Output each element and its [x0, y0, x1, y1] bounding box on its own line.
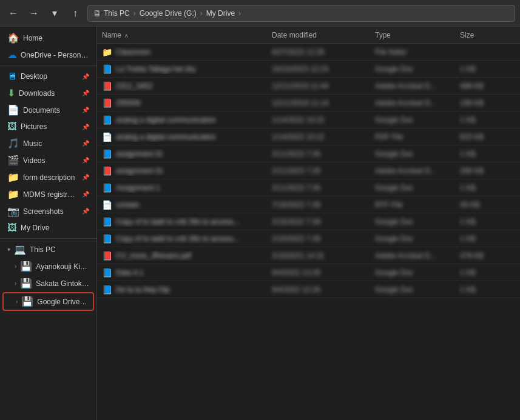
file-row[interactable]: 📕 CV_more_JRevans.pdf 2/10/2021 14:31 Ad… [97, 247, 520, 264]
file-row[interactable]: 📘 La Trobia Tallaga het dry 10/13/2023 1… [97, 61, 520, 78]
address-bar[interactable]: 🖥 This PC › Google Drive (G:) › My Drive… [87, 5, 515, 22]
sidebar-item-mdms[interactable]: 📁 MDMS registrati... 📌 [2, 186, 94, 202]
desktop-icon: 🖥 [7, 71, 17, 82]
divider1 [0, 65, 96, 66]
sidebar-item-googledrive[interactable]: › 💾 Google Drive (G:) [2, 292, 94, 311]
sidebar-item-documents[interactable]: 📄 Documents 📌 [2, 102, 94, 118]
file-row[interactable]: 📕 2312_3452 12/11/2019 11:44 Adobe Acrob… [97, 78, 520, 95]
sidebar-item-form-desc[interactable]: 📁 form description 📌 [2, 169, 94, 185]
file-row[interactable]: 📘 analog a digital communication 1/14/20… [97, 112, 520, 128]
sidebar-item-sakata[interactable]: › 💾 Sakata Gintoki (D:... [2, 275, 94, 292]
file-row[interactable]: 📘 Copy of to ladd to crib 39s to access.… [97, 213, 520, 230]
file-type: Google Doc [375, 268, 413, 277]
folder-icon2: 📁 [7, 188, 19, 200]
file-name: analog a digital communication [116, 133, 216, 141]
sidebar-label-thispc: This PC [30, 245, 89, 254]
file-type: File folder [375, 48, 407, 56]
breadcrumb-thispc: This PC [104, 9, 130, 18]
file-size: 1 KB [460, 235, 476, 243]
file-name: assignment 01 [116, 150, 163, 158]
sidebar-label-downloads: Downloads [19, 89, 78, 98]
file-type: Adobe Acrobat D... [375, 99, 436, 107]
forward-button[interactable]: → [25, 5, 42, 22]
mydrive-icon: 🖼 [7, 222, 17, 233]
col-name-header[interactable]: Name ∧ [102, 31, 272, 39]
file-row[interactable]: 📘 Copy of to ladd to crib 39s to access.… [97, 230, 520, 247]
file-date: 12/11/2019 11:44 [272, 82, 328, 90]
col-size-header[interactable]: Size [460, 31, 508, 39]
file-date: 1/14/2022 10:22 [272, 133, 325, 141]
file-name: contain [116, 201, 140, 209]
file-row[interactable]: 📘 Assignment 1 2/11/2023 7:26 Google Doc… [97, 179, 520, 196]
file-size: 1 KB [460, 268, 476, 277]
file-row[interactable]: 📁 Classroom 6/27/2023 12:26 File folder [97, 44, 520, 61]
file-date: 6/27/2023 12:26 [272, 48, 325, 56]
file-row[interactable]: 📘 Data 4.1 9/4/2022 13:26 Google Doc 1 K… [97, 264, 520, 281]
sidebar-label-home: Home [23, 34, 89, 42]
file-icon: 📕 [102, 98, 112, 108]
col-type-header[interactable]: Type [375, 31, 460, 39]
file-icon: 📘 [102, 285, 112, 295]
file-type: Adobe Acrobat D... [375, 167, 436, 175]
file-date: 2/11/2023 7:26 [272, 184, 320, 192]
file-date: 2/10/2021 14:31 [272, 252, 325, 260]
file-size: 266 KB [460, 167, 484, 175]
file-row[interactable]: 📄 contain 7/16/2022 7:39 RTF File 49 KB [97, 196, 520, 213]
file-type: Adobe Acrobat D... [375, 82, 436, 90]
file-icon: 📕 [102, 81, 112, 91]
file-date: 9/4/2022 13:26 [272, 268, 320, 277]
file-date: 2/11/2023 7:26 [272, 167, 320, 175]
pin-icon4: 📌 [82, 124, 89, 130]
file-row[interactable]: 📘 De la la Alep Dip 9/4/2022 12:26 Googl… [97, 281, 520, 298]
file-date: 12/11/2019 11:14 [272, 99, 328, 107]
sidebar-item-ayanokouji[interactable]: › 💾 Ayanokouji Kiyota... [2, 258, 94, 275]
file-date: 9/4/2022 12:26 [272, 285, 320, 294]
file-row[interactable]: 📘 assignment 01 2/11/2023 7:26 Google Do… [97, 145, 520, 162]
file-size: 488 KB [460, 82, 484, 90]
sidebar-label-form-desc: form description [23, 173, 78, 182]
sidebar-label-pictures: Pictures [21, 122, 78, 131]
file-name: 255559 [116, 99, 140, 107]
sidebar-item-screenshots[interactable]: 📷 Screenshots 📌 [2, 203, 94, 219]
sidebar-label-videos: Videos [23, 156, 78, 165]
file-row[interactable]: 📄 analog a digital communication 1/14/20… [97, 128, 520, 145]
file-type: PDF File [375, 133, 404, 141]
file-name: assignment 01 [116, 167, 163, 175]
sidebar-item-thispc-header[interactable]: ▾ 💻 This PC [2, 241, 94, 258]
sidebar: 🏠 Home ☁ OneDrive - Persona... 🖥 Desktop… [0, 27, 97, 420]
sidebar-label-documents: Documents [23, 106, 78, 115]
sidebar-item-home[interactable]: 🏠 Home [2, 30, 94, 46]
pin-icon6: 📌 [82, 157, 89, 164]
file-list: 📁 Classroom 6/27/2023 12:26 File folder … [97, 44, 520, 420]
file-row[interactable]: 📕 assignment 01 2/11/2023 7:26 Adobe Acr… [97, 162, 520, 179]
pin-icon8: 📌 [82, 191, 89, 198]
pin-icon3: 📌 [82, 107, 89, 113]
col-date-header[interactable]: Date modified [272, 31, 375, 39]
file-icon: 📘 [102, 183, 112, 193]
file-row[interactable]: 📕 255559 12/11/2019 11:14 Adobe Acrobat … [97, 95, 520, 112]
back-button[interactable]: ← [5, 5, 22, 22]
sidebar-item-pictures[interactable]: 🖼 Pictures 📌 [2, 119, 94, 135]
expand-googledrive-icon: › [16, 298, 18, 305]
sidebar-item-downloads[interactable]: ⬇ Downloads 📌 [2, 85, 94, 101]
pin-icon2: 📌 [82, 90, 89, 96]
file-name: Data 4.1 [116, 268, 143, 277]
sidebar-item-desktop[interactable]: 🖥 Desktop 📌 [2, 68, 94, 84]
sidebar-item-music[interactable]: 🎵 Music 📌 [2, 135, 94, 152]
screenshots-icon: 📷 [7, 205, 19, 217]
file-icon: 📘 [102, 268, 112, 278]
sep2: › [200, 9, 203, 18]
file-name: CV_more_JRevans.pdf [116, 252, 191, 260]
sep3: › [238, 9, 241, 18]
sidebar-item-mydrive[interactable]: 🖼 My Drive [2, 220, 94, 236]
file-icon: 📘 [102, 149, 112, 159]
sidebar-item-videos[interactable]: 🎬 Videos 📌 [2, 152, 94, 168]
dropdown-button[interactable]: ▾ [46, 5, 63, 22]
sidebar-item-onedrive[interactable]: ☁ OneDrive - Persona... [2, 47, 94, 63]
file-name: Classroom [116, 48, 150, 56]
drive-icon2: 💾 [20, 278, 32, 289]
file-size: 49 KB [460, 201, 480, 209]
up-button[interactable]: ↑ [67, 5, 84, 22]
file-size: 815 KB [460, 133, 484, 141]
sep1: › [133, 9, 136, 18]
